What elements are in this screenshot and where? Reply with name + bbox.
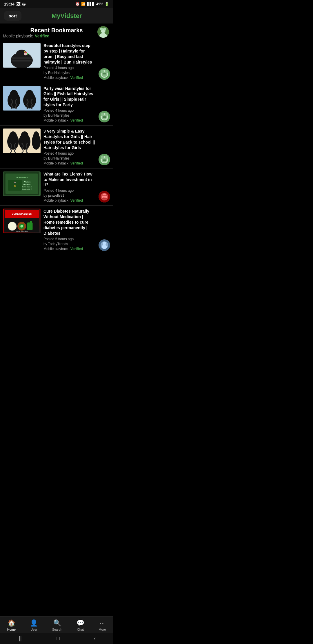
svg-point-71 bbox=[20, 225, 23, 227]
svg-point-10 bbox=[27, 53, 28, 55]
svg-text:Tax Liens?: Tax Liens? bbox=[23, 183, 32, 185]
avatar-bunhairstyles bbox=[99, 68, 110, 80]
svg-text:CURE DIABETES: CURE DIABETES bbox=[12, 213, 32, 216]
bookmark-posted: Posted 5 hours ago bbox=[43, 237, 95, 241]
section-header: Recent Bookmarks Mobile playback: Verifi… bbox=[0, 23, 113, 40]
bookmark-posted: Posted 4 hours ago bbox=[43, 108, 95, 113]
svg-rect-63 bbox=[102, 197, 107, 197]
svg-point-3 bbox=[100, 28, 103, 30]
bookmark-posted: Posted 4 hours ago bbox=[43, 151, 95, 155]
bookmark-thumbnail[interactable] bbox=[3, 86, 41, 111]
avatar-circle[interactable] bbox=[99, 191, 110, 202]
bookmark-author: by BunHairstyles bbox=[43, 71, 95, 75]
bookmark-avatar-container[interactable] bbox=[98, 129, 110, 165]
svg-text:rockstarlam: rockstarlam bbox=[16, 176, 28, 179]
bookmark-thumbnail[interactable] bbox=[3, 43, 41, 68]
svg-rect-20 bbox=[103, 75, 106, 75]
svg-text:Investment in It?: Investment in It? bbox=[22, 188, 32, 190]
svg-point-38 bbox=[21, 131, 28, 140]
bookmark-avatar-container[interactable] bbox=[98, 43, 110, 80]
svg-rect-46 bbox=[103, 160, 106, 161]
svg-text:Home remedies: Home remedies bbox=[16, 230, 28, 232]
bookmark-author: by TodayTrends bbox=[43, 242, 95, 246]
signal-icon: ▋▋▋ bbox=[87, 2, 95, 6]
time-display: 19:34 bbox=[4, 2, 14, 6]
avatar-bunhairstyles bbox=[99, 154, 110, 165]
avatar-circle[interactable] bbox=[99, 111, 110, 122]
bookmark-title: Party wear Hairstyles for Girls || Fish … bbox=[43, 86, 95, 108]
bookmark-title: Cure Diabetes Naturally Without Medicati… bbox=[43, 209, 95, 236]
bookmark-thumbnail[interactable]: rockstarlam 📚 💰 What are Tax Liens? How … bbox=[3, 171, 41, 196]
verified-badge: Verified bbox=[70, 247, 83, 251]
section-profile-avatar[interactable] bbox=[97, 26, 109, 38]
bookmark-info: Party wear Hairstyles for Girls || Fish … bbox=[43, 86, 95, 123]
app-title: MyVidster bbox=[24, 12, 109, 20]
svg-text:📚: 📚 bbox=[14, 181, 16, 184]
bookmark-posted: Posted 4 hours ago bbox=[43, 189, 95, 193]
svg-rect-62 bbox=[102, 196, 107, 196]
svg-rect-32 bbox=[103, 117, 106, 118]
bookmark-playback: Mobile playback: Verified bbox=[43, 118, 95, 122]
bookmark-item[interactable]: rockstarlam 📚 💰 What are Tax Liens? How … bbox=[0, 169, 113, 206]
bookmark-author: by BunHairstyles bbox=[43, 156, 95, 160]
avatar-janwells bbox=[99, 191, 110, 202]
svg-rect-64 bbox=[102, 198, 107, 198]
thumbnail-hair1 bbox=[3, 43, 41, 68]
section-title: Recent Bookmarks bbox=[3, 27, 110, 34]
avatar-circle[interactable] bbox=[99, 68, 110, 80]
bookmark-item[interactable]: Party wear Hairstyles for Girls || Fish … bbox=[0, 83, 113, 126]
svg-text:💰: 💰 bbox=[14, 184, 16, 187]
photo-icon: 🖼 bbox=[16, 2, 20, 6]
bookmark-title: What are Tax Liens? How to Make an Inves… bbox=[43, 171, 95, 188]
verified-badge: Verified bbox=[70, 76, 83, 80]
alarm-icon: ⏰ bbox=[75, 2, 80, 6]
status-time: 19:34 🖼 ◎ bbox=[4, 2, 26, 6]
thumbnail-tax: rockstarlam 📚 💰 What are Tax Liens? How … bbox=[3, 171, 41, 196]
verified-badge: Verified bbox=[70, 198, 83, 202]
svg-text:What are: What are bbox=[24, 181, 31, 183]
bookmark-avatar-container[interactable] bbox=[98, 86, 110, 123]
bookmark-avatar-container[interactable] bbox=[98, 209, 110, 251]
status-bar: 19:34 🖼 ◎ ⏰ 📶 ▋▋▋ 49% 🔋 bbox=[0, 0, 113, 8]
bookmark-thumbnail[interactable]: CURE DIABETES Home remedies bbox=[3, 209, 41, 233]
bookmark-thumbnail[interactable] bbox=[3, 129, 41, 153]
thumbnail-diabetes: CURE DIABETES Home remedies bbox=[3, 209, 41, 233]
verified-badge: Verified bbox=[70, 161, 83, 165]
bookmark-info: 3 Very Simple & Easy Hairstyles for Girl… bbox=[43, 129, 95, 165]
battery-icon: 🔋 bbox=[105, 2, 109, 6]
bookmark-item[interactable]: CURE DIABETES Home remedies Cure Diabete… bbox=[0, 206, 113, 254]
svg-rect-12 bbox=[12, 57, 32, 59]
bookmark-item[interactable]: Beautiful hairstyles step by step | Hair… bbox=[0, 40, 113, 83]
avatar-circle[interactable] bbox=[99, 154, 110, 165]
svg-rect-13 bbox=[12, 60, 32, 61]
bookmark-info: What are Tax Liens? How to Make an Inves… bbox=[43, 171, 95, 203]
svg-point-4 bbox=[103, 28, 106, 30]
section-subtitle: Mobile playback: Verified bbox=[3, 34, 110, 38]
svg-point-37 bbox=[9, 131, 17, 140]
status-icons: ⏰ 📶 ▋▋▋ 49% 🔋 bbox=[75, 2, 109, 6]
bookmark-avatar-container[interactable] bbox=[98, 171, 110, 203]
avatar-bunhairstyles bbox=[99, 111, 110, 122]
bookmark-playback: Mobile playback: Verified bbox=[43, 161, 95, 165]
bookmark-playback: Mobile playback: Verified bbox=[43, 247, 95, 251]
wifi-icon: 📶 bbox=[81, 2, 85, 6]
svg-point-24 bbox=[10, 90, 18, 99]
avatar-circle[interactable] bbox=[99, 239, 110, 251]
svg-point-68 bbox=[8, 222, 17, 231]
svg-point-11 bbox=[24, 51, 26, 53]
bookmark-item[interactable]: 3 Very Simple & Easy Hairstyles for Girl… bbox=[0, 126, 113, 169]
svg-point-78 bbox=[102, 245, 107, 249]
header: sort MyVidster bbox=[0, 8, 113, 23]
svg-rect-72 bbox=[27, 222, 33, 230]
svg-point-25 bbox=[26, 90, 34, 99]
bookmark-playback: Mobile playback: Verified bbox=[43, 198, 95, 202]
svg-point-77 bbox=[103, 242, 106, 245]
shazam-icon: ◎ bbox=[22, 2, 26, 6]
bookmark-info: Beautiful hairstyles step by step | Hair… bbox=[43, 43, 95, 80]
svg-text:How to Make an: How to Make an bbox=[22, 186, 32, 188]
svg-point-39 bbox=[33, 131, 39, 140]
sort-button[interactable]: sort bbox=[4, 11, 21, 21]
bookmark-list: Beautiful hairstyles step by step | Hair… bbox=[0, 40, 113, 254]
svg-rect-31 bbox=[103, 116, 106, 117]
verified-badge: Verified bbox=[70, 118, 83, 122]
